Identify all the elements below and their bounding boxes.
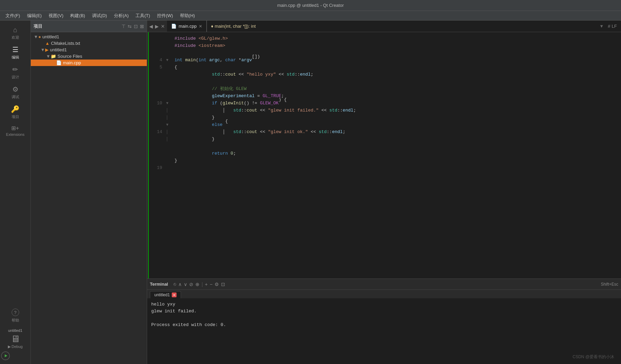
expand-icon[interactable]: ⊡ (134, 24, 138, 29)
terminal-down-icon[interactable]: ∨ (184, 282, 187, 287)
breadcrumb-text: main(int, char *[]): int (215, 24, 256, 29)
source-folder-icon: 📁 (51, 54, 56, 59)
debug-label: ▶ Debug (0, 344, 30, 349)
menu-item-调试(D)[interactable]: 调试(D) (89, 12, 110, 20)
file-panel-title: 项目 (34, 23, 119, 29)
breadcrumb-hash: # (608, 24, 610, 29)
sidebar-bottom-section: ? 帮助 untitled1 🖥 ▶ Debug (0, 306, 30, 364)
menu-item-控件(W)[interactable]: 控件(W) (154, 12, 176, 20)
code-line-14: │ std::cout << "glew init ok." << std::e… (174, 128, 621, 135)
sidebar-label-project: 项目 (12, 114, 19, 119)
fold-gutter: ▼ ▼ │ │ ▼ │ │ (164, 32, 170, 278)
menu-item-编辑(E)[interactable]: 编辑(E) (24, 12, 44, 20)
tree-item-cmake[interactable]: ▲ CMakeLists.txt (31, 40, 147, 47)
cpp-filename: main.cpp (63, 60, 81, 65)
menu-item-文件(F)[interactable]: 文件(F) (3, 12, 23, 20)
watermark: CSDN @爱看书的小沐 (572, 354, 614, 360)
source-files-label: Source Files (57, 54, 82, 59)
design-icon: ✏ (12, 65, 18, 74)
code-line-15: } (174, 135, 621, 143)
sidebar-item-debug[interactable]: ⚙ 调试 (0, 82, 30, 102)
sidebar-item-help[interactable]: ? 帮助 (0, 306, 30, 326)
menu-bar: 文件(F)编辑(E)视图(V)构建(B)调试(D)分析(A)工具(T)控件(W)… (0, 11, 621, 21)
terminal-expand-icon[interactable]: ⊡ (221, 282, 225, 287)
sidebar-item-welcome[interactable]: ⌂ 欢迎 (0, 23, 30, 43)
editor-tab-main-cpp[interactable]: 📄 main.cpp ✕ (167, 21, 207, 32)
terminal-tab-untitled1[interactable]: untitled1 ✕ (150, 291, 181, 298)
code-line-5: { (174, 64, 621, 71)
sidebar-item-extensions[interactable]: ⊞+ Extensions (0, 122, 30, 139)
line-numbers: 4 5 10 14 19 (149, 32, 164, 278)
terminal-add-shell-icon[interactable]: ⎋ (173, 282, 176, 287)
folder-icon: ▶ (45, 47, 49, 52)
tab-label: main.cpp (179, 24, 197, 29)
tree-item-main-cpp[interactable]: 📄 main.cpp (31, 60, 147, 66)
tree-item-project-root[interactable]: ▼ ● untitled1 (31, 34, 147, 40)
terminal-shortcut: Shift+Esc (601, 282, 618, 287)
debug-play-button[interactable] (0, 350, 11, 361)
main-area: ⌂ 欢迎 ☰ 编辑 ✏ 设计 ⚙ 调试 🔑 项目 ⊞+ Extensions ?… (0, 21, 621, 364)
sidebar-icons: ⌂ 欢迎 ☰ 编辑 ✏ 设计 ⚙ 调试 🔑 项目 ⊞+ Extensions ?… (0, 21, 31, 364)
sidebar-label-help: 帮助 (12, 318, 19, 323)
terminal-disconnect-icon[interactable]: ⊘ (189, 282, 193, 287)
sidebar-item-project[interactable]: 🔑 项目 (0, 102, 30, 122)
terminal-plus-icon[interactable]: + (205, 282, 208, 287)
tab-bar: ◀ ▶ ✕ 📄 main.cpp ✕ ♦ main(int, char *[])… (147, 21, 621, 32)
code-line-17: return 0; (174, 150, 621, 157)
file-panel: 项目 ⊤ ⇆ ⊡ ⊠ ▼ ● untitled1 ▲ CMakeLists.tx… (31, 21, 147, 364)
terminal-tabs: untitled1 ✕ (147, 290, 621, 298)
term-tab-close-button[interactable]: ✕ (172, 292, 177, 297)
cpp-file-icon: 📄 (56, 60, 62, 65)
code-line-19 (174, 164, 621, 171)
terminal-settings-icon[interactable]: ⚙ (215, 282, 219, 287)
terminal-add-icon[interactable]: ⊕ (195, 282, 199, 287)
menu-item-视图(V)[interactable]: 视图(V) (46, 12, 66, 20)
breadcrumb-lf: LF (612, 24, 617, 29)
close-panel-icon[interactable]: ⊠ (140, 24, 144, 29)
nav-back-icon[interactable]: ◀ (148, 23, 154, 30)
menu-item-工具(T)[interactable]: 工具(T) (133, 12, 153, 20)
terminal-content[interactable]: hello yxy glew init failed. Process exit… (147, 298, 621, 364)
code-line-9: glewExperimental = GL_TRUE; (174, 92, 621, 100)
debug-project-label: untitled1 (0, 328, 30, 333)
code-area[interactable]: #include <GL/glew.h> #include <iostream>… (170, 32, 621, 278)
terminal-minus-icon[interactable]: − (210, 282, 212, 287)
menu-item-帮助(H)[interactable]: 帮助(H) (177, 12, 198, 20)
tab-close-button[interactable]: ✕ (199, 24, 202, 29)
sidebar-item-edit[interactable]: ☰ 编辑 (0, 43, 30, 63)
editor-area: ◀ ▶ ✕ 📄 main.cpp ✕ ♦ main(int, char *[])… (147, 21, 621, 364)
title-bar: main.cpp @ untitled1 - Qt Creator (0, 0, 621, 11)
breadcrumb-chevron[interactable]: ▼ (599, 24, 604, 29)
terminal-line-1: hello yxy (151, 301, 617, 308)
terminal-line-4: Process exited with code: 0. (151, 322, 617, 328)
sidebar-label-edit: 编辑 (12, 55, 19, 60)
tree-item-untitled1-folder[interactable]: ▼ ▶ untitled1 (31, 47, 147, 53)
arrow-icon: ▼ (40, 47, 45, 52)
help-icon: ? (12, 309, 19, 316)
code-line-7 (174, 78, 621, 85)
code-line-3 (174, 49, 621, 56)
sidebar-label-design: 设计 (12, 75, 19, 80)
nav-close-icon[interactable]: ✕ (160, 23, 166, 30)
key-icon: 🔑 (11, 105, 20, 113)
folder-name-untitled1: untitled1 (50, 47, 67, 52)
cmake-icon: ▲ (45, 41, 50, 46)
tab-breadcrumb: ♦ main(int, char *[]): int ▼ # LF (207, 21, 621, 32)
code-line-2: #include <iostream> (174, 42, 621, 49)
tree-item-source-files[interactable]: ▼ 📁 Source Files (31, 53, 147, 60)
sync-icon[interactable]: ⇆ (128, 24, 132, 29)
title-text: main.cpp @ untitled1 - Qt Creator (277, 3, 344, 8)
menu-item-分析(A)[interactable]: 分析(A) (111, 12, 131, 20)
menu-item-构建(B)[interactable]: 构建(B) (67, 12, 88, 20)
terminal-controls: ⎋ ∧ ∨ ⊘ ⊕ | + − ⚙ ⊡ (173, 282, 225, 287)
code-line-11: │ std::cout << "glew init failed." << st… (174, 107, 621, 114)
terminal-line-3 (151, 315, 617, 322)
home-icon: ⌂ (13, 26, 17, 34)
sidebar-item-design[interactable]: ✏ 设计 (0, 63, 30, 82)
file-panel-header: 项目 ⊤ ⇆ ⊡ ⊠ (31, 21, 147, 32)
nav-forward-icon[interactable]: ▶ (154, 23, 159, 30)
terminal-up-icon[interactable]: ∧ (178, 282, 182, 287)
sidebar-label-welcome: 欢迎 (12, 35, 19, 40)
code-line-16 (174, 143, 621, 150)
filter-icon[interactable]: ⊤ (121, 24, 126, 29)
